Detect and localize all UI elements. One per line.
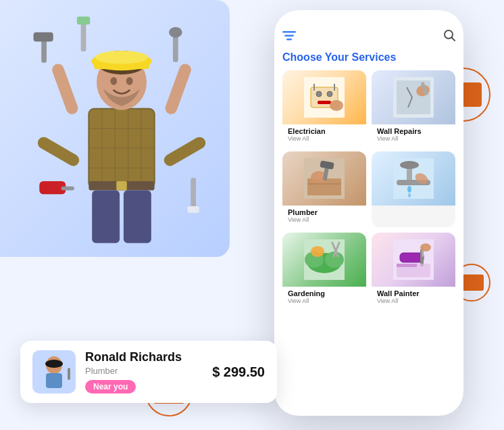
svg-rect-27 xyxy=(61,187,74,191)
svg-rect-40 xyxy=(284,35,294,37)
svg-rect-36 xyxy=(46,373,62,388)
svg-point-83 xyxy=(420,243,431,252)
svg-point-46 xyxy=(316,91,322,97)
service-view-wall-repairs[interactable]: View All xyxy=(377,135,450,142)
service-label-wall-painter: Wall Painter View All xyxy=(372,287,455,308)
service-label-electrician: Electrician View All xyxy=(282,124,366,146)
service-card-wall-repairs[interactable]: Wall Repairs View All xyxy=(372,70,455,146)
service-image-electrician xyxy=(282,70,366,124)
svg-point-15 xyxy=(126,77,133,85)
service-image-wall-painter xyxy=(372,233,455,287)
service-name-gardening: Gardening xyxy=(288,289,361,297)
phone-header xyxy=(282,29,455,45)
svg-rect-29 xyxy=(187,206,199,213)
svg-point-14 xyxy=(110,77,117,85)
svg-point-64 xyxy=(400,161,419,169)
service-name-plumber: Plumber xyxy=(288,208,361,216)
service-card-plumber[interactable]: Plumber View All xyxy=(282,151,366,227)
service-label-gardening: Gardening View All xyxy=(282,287,366,308)
search-icon[interactable] xyxy=(443,29,455,45)
svg-point-51 xyxy=(330,100,343,111)
svg-rect-19 xyxy=(162,135,208,168)
svg-rect-77 xyxy=(400,253,424,262)
worker-svg xyxy=(20,3,223,254)
service-image-gardening xyxy=(282,233,366,287)
worker-role: Plumber xyxy=(85,366,203,376)
phone-content: Choose Your Services xyxy=(274,10,463,416)
service-card-gardening[interactable]: Gardening View All xyxy=(282,233,366,308)
svg-rect-33 xyxy=(124,191,151,243)
service-image-plumber2 xyxy=(372,151,455,206)
phone-title: Choose Your Services xyxy=(282,51,455,64)
svg-point-37 xyxy=(45,360,63,368)
svg-rect-21 xyxy=(34,32,53,42)
near-you-badge: Near you xyxy=(85,380,136,393)
svg-point-75 xyxy=(311,246,324,257)
svg-rect-39 xyxy=(282,31,296,33)
worker-name: Ronald Richards xyxy=(85,350,203,364)
svg-rect-41 xyxy=(286,39,292,41)
worker-background xyxy=(0,0,230,257)
svg-line-43 xyxy=(452,38,455,41)
worker-price: $ 299.50 xyxy=(212,364,265,380)
service-view-wall-painter[interactable]: View All xyxy=(377,297,450,304)
worker-illustration xyxy=(20,7,223,250)
service-card-plumber-img xyxy=(372,151,455,227)
svg-point-66 xyxy=(407,186,411,193)
service-view-gardening[interactable]: View All xyxy=(288,297,361,304)
svg-point-47 xyxy=(327,91,332,97)
worker-info: Ronald Richards Plumber Near you xyxy=(85,350,203,393)
svg-rect-23 xyxy=(77,16,90,24)
filter-icon[interactable] xyxy=(282,30,296,44)
service-view-electrician[interactable]: View All xyxy=(288,135,361,142)
service-label-plumber: Plumber View All xyxy=(282,206,366,227)
service-name-electrician: Electrician xyxy=(288,127,361,135)
svg-rect-22 xyxy=(81,22,86,51)
service-card-electrician[interactable]: Electrician View All xyxy=(282,70,366,146)
service-label-wall-repairs: Wall Repairs View All xyxy=(372,124,455,146)
service-name-wall-repairs: Wall Repairs xyxy=(377,127,450,135)
worker-card: Ronald Richards Plumber Near you $ 299.5… xyxy=(20,341,277,403)
svg-rect-82 xyxy=(397,264,417,267)
service-view-plumber[interactable]: View All xyxy=(288,216,361,223)
svg-rect-28 xyxy=(191,178,196,211)
svg-rect-16 xyxy=(51,62,80,116)
svg-rect-38 xyxy=(68,368,70,380)
svg-point-25 xyxy=(169,27,182,38)
svg-point-67 xyxy=(408,193,411,197)
svg-rect-18 xyxy=(36,135,82,168)
service-image-wall-repairs xyxy=(372,70,455,124)
services-grid: Electrician View All xyxy=(282,70,455,308)
phone-notch xyxy=(342,10,396,24)
phone-mockup: Choose Your Services xyxy=(274,10,463,416)
svg-rect-32 xyxy=(92,191,120,243)
svg-rect-31 xyxy=(116,181,127,191)
svg-point-13 xyxy=(95,51,148,64)
service-card-wall-painter[interactable]: Wall Painter View All xyxy=(372,233,455,308)
svg-rect-17 xyxy=(163,62,193,116)
service-image-plumber xyxy=(282,151,366,206)
svg-rect-48 xyxy=(318,101,331,104)
service-name-wall-painter: Wall Painter xyxy=(377,289,450,297)
avatar xyxy=(32,350,76,393)
